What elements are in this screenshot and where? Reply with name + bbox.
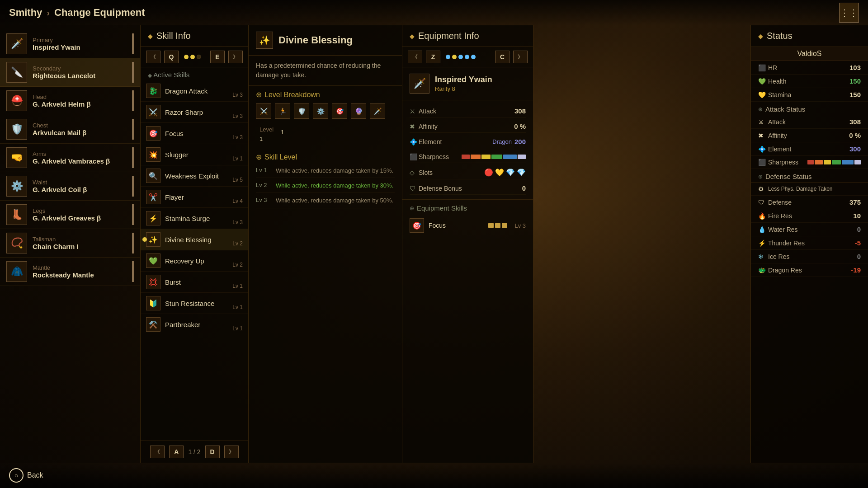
primary-slot-label: Primary [33,37,80,43]
skill-item-razor-sharp[interactable]: ⚔️ Razor Sharp Lv 3 [141,102,248,123]
equip-item-mantle[interactable]: 🧥 Mantle Rocksteady Mantle [0,258,140,286]
defense-stat-val: 0 [522,184,526,192]
sharpness-label: Sharpness [768,159,807,166]
equip-item-talisman[interactable]: 📿 Talisman Chain Charm I [0,229,140,258]
mantle-bar [132,261,134,282]
equip-item-waist[interactable]: ⚙️ Waist G. Arkveld Coil β [0,172,140,201]
back-button[interactable]: ○ Back [9,468,43,483]
dragon-res-val: -19 [851,266,861,274]
skill-lv-3-desc: While active, reduces damage taken by 50… [276,197,395,205]
defense-stat-icon: 🛡 [410,185,419,192]
skill-item-dragon-attack[interactable]: 🐉 Dragon Attack Lv 3 [141,80,248,102]
secondary-name: Righteous Lancelot [33,72,95,80]
flayer-level: Lv 4 [232,198,243,204]
stat-row-affinity: ✖ Affinity 0 % [410,120,526,133]
burst-level: Lv 1 [232,283,243,289]
equip-item-arms[interactable]: 🤜 Arms G. Arkveld Vambraces β [0,144,140,172]
skill-dot-3 [502,223,507,228]
equip-skills-title: Equipment Skills [410,204,526,212]
level-header-2 [277,125,288,127]
secondary-bar [132,62,134,83]
skill-item-stun-resistance[interactable]: 🔰 Stun Resistance Lv 1 [141,293,248,314]
skill-nav-right-btn[interactable]: 》 [228,51,243,63]
page-nav-d-label: D [205,446,220,458]
razor-sharp-icon: ⚔️ [146,105,160,119]
hr-val: 103 [849,64,861,71]
slugger-name: Slugger [165,151,243,159]
weakness-exploit-level: Lv 5 [232,177,243,183]
primary-text: Primary Inspired Ywain [33,37,80,51]
health-icon: 💚 [758,78,768,85]
skill-detail-header: ✨ Divine Blessing [249,25,402,56]
lv-icon-7: 🗡️ [370,103,385,119]
hr-icon: ⬛ [758,64,768,71]
equip-nav-right-btn[interactable]: 》 [513,51,528,63]
defense-val: 375 [849,198,861,206]
status-attack: ⚔ Attack 308 [751,115,868,129]
element-label: Element [768,145,849,153]
s-sharp-yellow [824,160,831,164]
skill-item-burst[interactable]: 💢 Burst Lv 1 [141,272,248,293]
affinity-stat-val: 0 % [514,122,526,130]
slot-gem-4: 💎 [517,168,526,177]
sharp-orange [471,155,481,159]
arms-text: Arms G. Arkveld Vambraces β [33,150,110,165]
sharpness-bar [462,154,526,160]
skill-cursor [142,237,147,242]
skill-lv-2-badge: Lv 2 [256,182,270,190]
equip-item-primary[interactable]: 🗡️ Primary Inspired Ywain [0,30,140,58]
equip-item-chest[interactable]: 🛡️ Chest Arkvulcan Mail β [0,115,140,144]
level-icons: ⚔️ 🏃 🛡️ ⚙️ 🎯 🔮 🗡️ [249,102,402,123]
fire-res-icon: 🔥 [758,212,768,220]
equip-skill-focus-icon: 🎯 [410,218,424,233]
element-val: 300 [849,145,861,153]
skill-detail-name: Divine Blessing [278,34,353,46]
equip-skill-focus-level: Lv 3 [514,222,526,229]
equip-skill-focus: 🎯 Focus Lv 3 [410,216,526,235]
skill-nav-left-btn[interactable]: 《 [146,51,160,63]
skill-level-row-1: Lv 1 While active, reduces damage taken … [256,164,395,178]
skill-item-recovery-up[interactable]: 💚 Recovery Up Lv 2 [141,250,248,272]
skill-levels: Lv 1 While active, reduces damage taken … [249,164,402,213]
slugger-level: Lv 1 [232,155,243,162]
skill-item-divine-blessing[interactable]: ✨ Divine Blessing Lv 2 [141,229,248,250]
legs-name: G. Arkveld Greaves β [33,214,101,222]
status-panel: Status ValdioS ⬛ HR 103 💚 Health 150 💛 S… [750,25,868,463]
skill-item-focus[interactable]: 🎯 Focus Lv 3 [141,123,248,144]
razor-sharp-level: Lv 3 [232,113,243,119]
slots-stat-name: Slots [419,169,484,176]
skill-item-weakness-exploit[interactable]: 🔍 Weakness Exploit Lv 5 [141,165,248,187]
page-nav-a-btn[interactable]: 《 [150,446,165,458]
s-sharp-white [854,160,861,164]
skill-item-flayer[interactable]: ✂️ Flayer Lv 4 [141,187,248,208]
dot-3 [197,55,201,59]
status-stamina: 💛 Stamina 150 [751,88,868,102]
defense-stat-name: Defense Bonus [419,185,522,192]
attack-stat-name: Attack [419,108,514,115]
arms-icon: 🤜 [6,147,27,168]
equip-skill-focus-name: Focus [429,222,484,229]
weakness-exploit-name: Weakness Exploit [165,172,243,180]
equip-nav-left-btn[interactable]: 《 [408,51,422,63]
skill-item-stamina-surge[interactable]: ⚡ Stamina Surge Lv 3 [141,208,248,229]
equip-info-header: 🗡️ Inspired Ywain Rarity 8 [402,67,533,100]
status-element: 💠 Element 300 [751,142,868,156]
flayer-icon: ✂️ [146,190,160,204]
stamina-icon: 💛 [758,91,768,99]
skill-lv-3-badge: Lv 3 [256,197,270,205]
page-nav-d-btn[interactable]: 》 [224,446,239,458]
equip-nav-c-label: C [495,51,509,63]
equip-item-secondary[interactable]: 🔪 Secondary Righteous Lancelot [0,58,140,87]
skill-item-partbreaker[interactable]: ⚒️ Partbreaker Lv 1 [141,314,248,335]
equip-item-legs[interactable]: 👢 Legs G. Arkveld Greaves β [0,201,140,229]
menu-icon[interactable]: ⋮⋮ [839,3,859,23]
equip-item-head[interactable]: ⛑️ Head G. Arkveld Helm β [0,87,140,115]
element-stat-name: Element [419,138,492,145]
lv-icon-6: 🔮 [351,103,366,119]
stun-resistance-level: Lv 1 [232,304,243,310]
slots-gems: 🔴 💛 💎 💎 [484,168,526,177]
skill-panel-title: Skill Info [141,25,248,47]
skill-item-slugger[interactable]: 💥 Slugger Lv 1 [141,144,248,165]
focus-level: Lv 3 [232,134,243,141]
head-bar [132,90,134,111]
